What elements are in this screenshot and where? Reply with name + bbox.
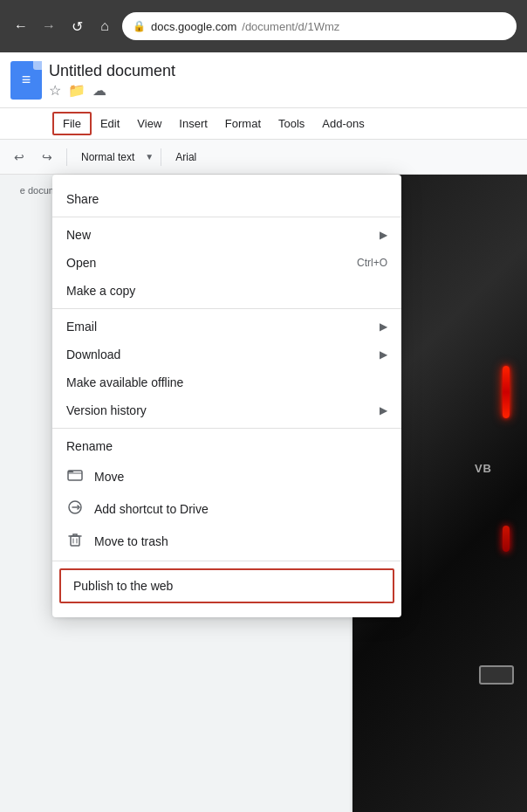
browser-chrome: ← → ↺ ⌂ 🔒 docs.google.com /document/d/1W… — [0, 0, 527, 52]
publish-label: Publish to the web — [73, 579, 380, 593]
undo-button[interactable]: ↩ — [7, 145, 31, 169]
docs-app-icon: ≡ — [10, 61, 42, 100]
menu-section-share-options: Email ▶ Download ▶ Make available offlin… — [52, 309, 401, 429]
shortcut-icon — [66, 499, 84, 518]
lock-icon: 🔒 — [133, 20, 146, 32]
offline-label: Make available offline — [66, 375, 387, 389]
new-label: New — [66, 228, 369, 242]
forward-button[interactable]: → — [38, 18, 59, 34]
menu-section-publish: Publish to the web — [52, 561, 401, 610]
menu-item-trash[interactable]: Move to trash — [52, 525, 401, 557]
menu-file[interactable]: File — [52, 112, 92, 135]
menu-section-manage: Rename Move — [52, 429, 401, 561]
menu-view[interactable]: View — [128, 114, 170, 134]
menu-item-share[interactable]: Share — [52, 185, 401, 213]
docs-header: ≡ Untitled document ☆ 📁 ☁ — [0, 52, 527, 108]
menu-item-offline[interactable]: Make available offline — [52, 368, 401, 396]
menu-item-download[interactable]: Download ▶ — [52, 341, 401, 368]
file-dropdown-menu: Share New ▶ Open Ctrl+O Make a copy Emai… — [52, 175, 401, 617]
menu-addons[interactable]: Add-ons — [313, 114, 373, 134]
menu-item-move[interactable]: Move — [52, 460, 401, 492]
car-exhaust — [479, 665, 514, 685]
copy-label: Make a copy — [66, 284, 387, 298]
doc-title-icons: ☆ 📁 ☁ — [49, 82, 517, 99]
open-label: Open — [66, 256, 346, 270]
trash-label: Move to trash — [94, 534, 387, 548]
new-arrow-icon: ▶ — [380, 229, 387, 241]
rename-label: Rename — [66, 439, 387, 453]
menu-item-new[interactable]: New ▶ — [52, 221, 401, 249]
menu-format[interactable]: Format — [216, 114, 270, 134]
move-label: Move — [94, 470, 387, 484]
home-button[interactable]: ⌂ — [94, 18, 115, 34]
toolbar-separator-2 — [161, 148, 161, 166]
trash-icon — [66, 532, 84, 550]
menu-insert[interactable]: Insert — [170, 114, 216, 134]
menu-item-version[interactable]: Version history ▶ — [52, 396, 401, 424]
version-arrow-icon: ▶ — [380, 404, 387, 416]
menu-item-copy[interactable]: Make a copy — [52, 277, 401, 305]
docs-icon-lines: ≡ — [22, 71, 31, 89]
menu-item-shortcut[interactable]: Add shortcut to Drive — [52, 492, 401, 525]
email-arrow-icon: ▶ — [380, 320, 387, 333]
menu-item-email[interactable]: Email ▶ — [52, 313, 401, 341]
car-badge: VB — [475, 462, 492, 475]
refresh-button[interactable]: ↺ — [66, 18, 87, 35]
menu-item-rename[interactable]: Rename — [52, 432, 401, 460]
menu-item-open[interactable]: Open Ctrl+O — [52, 249, 401, 277]
menu-section-file: New ▶ Open Ctrl+O Make a copy — [52, 217, 401, 309]
share-label: Share — [66, 192, 387, 206]
menu-item-publish[interactable]: Publish to the web — [59, 568, 394, 603]
menu-edit[interactable]: Edit — [92, 114, 128, 134]
font-selector[interactable]: Arial — [168, 149, 203, 165]
doc-title-area: Untitled document ☆ 📁 ☁ — [49, 62, 517, 99]
address-bar[interactable]: 🔒 docs.google.com /document/d/1Wmz — [122, 12, 517, 40]
style-selector[interactable]: Normal text — [74, 149, 141, 165]
version-label: Version history — [66, 403, 369, 417]
download-label: Download — [66, 348, 369, 361]
menu-tools[interactable]: Tools — [270, 114, 313, 134]
toolbar: ↩ ↪ Normal text ▼ Arial — [0, 140, 527, 175]
shortcut-label: Add shortcut to Drive — [94, 502, 387, 516]
redo-button[interactable]: ↪ — [35, 145, 59, 169]
menu-section-share: Share — [52, 182, 401, 217]
open-shortcut: Ctrl+O — [357, 257, 387, 269]
document-title[interactable]: Untitled document — [49, 62, 517, 80]
toolbar-separator — [66, 148, 67, 166]
url-domain: docs.google.com — [151, 20, 236, 33]
car-taillight-left — [503, 366, 510, 418]
url-path: /document/d/1Wmz — [242, 20, 339, 33]
menu-bar: File Edit View Insert Format Tools Add-o… — [0, 108, 527, 140]
svg-rect-1 — [71, 536, 79, 546]
back-button[interactable]: ← — [10, 18, 31, 34]
style-dropdown-arrow[interactable]: ▼ — [145, 152, 154, 162]
main-content: e documen Share New ▶ Open Ctrl+O Make a… — [0, 175, 527, 812]
folder-icon[interactable]: 📁 — [68, 82, 86, 99]
star-icon[interactable]: ☆ — [49, 82, 61, 99]
car-taillight-right — [503, 526, 510, 552]
move-folder-icon — [66, 467, 84, 485]
cloud-icon[interactable]: ☁ — [92, 82, 106, 99]
download-arrow-icon: ▶ — [380, 348, 387, 361]
email-label: Email — [66, 320, 369, 334]
